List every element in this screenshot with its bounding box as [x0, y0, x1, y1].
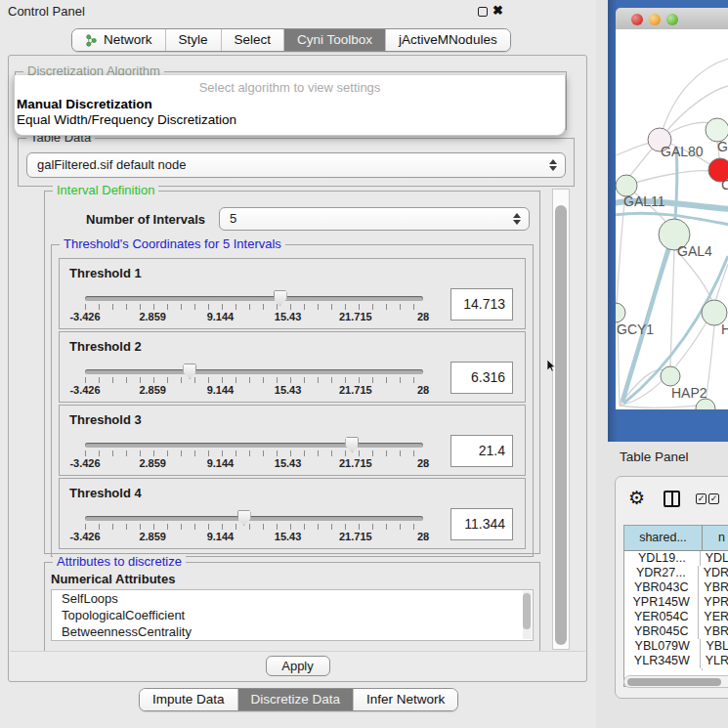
tab-style[interactable]: Style	[166, 29, 222, 51]
tick-label: -3.426	[69, 384, 100, 396]
tab-select[interactable]: Select	[222, 29, 285, 51]
threshold-4-panel: Threshold 4 -3.426 2.859 9.144 15.43 21.…	[59, 478, 526, 549]
threshold-4-slider[interactable]	[85, 516, 423, 521]
tab-discretize-data[interactable]: Discretize Data	[238, 689, 355, 710]
tab-network[interactable]: Network	[72, 29, 166, 51]
cell[interactable]: YIL0	[703, 668, 728, 670]
tick-label: 21.715	[339, 457, 372, 469]
list-item[interactable]: TopologicalCoefficient	[52, 607, 533, 623]
algorithm-option-equal-width[interactable]: Equal Width/Frequency Discretization	[15, 112, 565, 128]
table-row[interactable]: YDL19...YDL1	[624, 551, 728, 566]
list-item[interactable]: BetweennessCentrality	[52, 623, 533, 640]
checkbox-icon[interactable]: ✓	[696, 493, 707, 504]
number-of-intervals-label: Number of Intervals	[86, 212, 205, 227]
columns-icon[interactable]	[664, 491, 680, 507]
zoom-window-icon[interactable]	[666, 14, 678, 25]
cell[interactable]: YDL19...	[624, 551, 701, 566]
gear-icon[interactable]: ⚙	[628, 487, 645, 509]
node-label: C	[721, 177, 728, 193]
cell[interactable]: YLR345W	[624, 654, 701, 668]
threshold-4-value-field[interactable]: 11.344	[450, 508, 513, 540]
cell[interactable]: YDR2	[699, 566, 728, 580]
tick-label: 2.859	[139, 531, 166, 542]
cell[interactable]: YBR043C	[624, 580, 699, 595]
slider-ticks	[85, 304, 423, 310]
panel-scrollbar[interactable]	[552, 189, 570, 650]
minimize-window-icon[interactable]	[649, 14, 661, 25]
list-item[interactable]: SelfLoops	[52, 590, 533, 607]
cell[interactable]: YLR3	[701, 654, 728, 668]
cell[interactable]: YDL1	[701, 551, 728, 566]
attributes-group-title: Attributes to discretize	[53, 554, 186, 569]
threshold-3-slider[interactable]	[85, 443, 423, 448]
column-header-name[interactable]: n	[703, 526, 728, 550]
checkbox-icon[interactable]: ✓	[708, 493, 719, 504]
control-panel: Control Panel ✖ Network Style Select Cyn…	[0, 0, 596, 728]
number-of-intervals-combo[interactable]: 5	[219, 207, 530, 231]
tab-jactivemnodules[interactable]: jActiveMNodules	[386, 29, 510, 51]
apply-strip: Apply	[10, 651, 585, 680]
table-data-combo-value: galFiltered.sif default node	[27, 157, 186, 172]
apply-button[interactable]: Apply	[266, 656, 330, 676]
thresholds-group-title: Threshold's Coordinates for 5 Intervals	[60, 236, 285, 251]
table-data-combo[interactable]: galFiltered.sif default node	[26, 152, 566, 178]
table-row[interactable]: YPR145WYPR1	[624, 595, 728, 610]
table-row[interactable]: YBL079WYBL0	[624, 639, 728, 654]
cell[interactable]: YBL0	[701, 639, 728, 654]
panel-scrollbar-thumb[interactable]	[555, 205, 567, 645]
tab-impute-data[interactable]: Impute Data	[140, 689, 238, 710]
table-row[interactable]: YBR043CYBR0	[624, 580, 728, 595]
tick-label: 15.43	[275, 384, 302, 396]
tick-label: 9.144	[207, 311, 235, 322]
algorithm-option-manual[interactable]: Manual Discretization	[15, 97, 565, 112]
threshold-2-value-field[interactable]: 6.316	[450, 362, 513, 394]
close-panel-icon[interactable]: ✖	[492, 3, 503, 18]
cell[interactable]: YBR0	[699, 580, 728, 595]
threshold-3-label: Threshold 3	[69, 412, 142, 427]
tab-select-label: Select	[235, 29, 272, 51]
numerical-attributes-label: Numerical Attributes	[51, 572, 539, 586]
table-row[interactable]: YBR045CYBR0	[624, 624, 728, 639]
tab-cyni-toolbox[interactable]: Cyni Toolbox	[284, 29, 386, 51]
threshold-1-value-field[interactable]: 14.713	[450, 288, 513, 321]
network-canvas[interactable]: GAL80 GA C GAL11 GAL4 GCY1 H HAP2	[616, 29, 728, 409]
cell[interactable]: YPR1	[699, 595, 728, 610]
tick-label: 2.859	[139, 457, 166, 469]
cell[interactable]: YDR27...	[624, 566, 699, 580]
list-scrollbar-thumb[interactable]	[523, 593, 531, 629]
interval-definition-title: Interval Definition	[53, 183, 158, 197]
cell[interactable]: YIL052C	[624, 668, 703, 670]
threshold-1-slider[interactable]	[85, 296, 423, 301]
table-row[interactable]: YDR27...YDR2	[624, 566, 728, 580]
numerical-attributes-list[interactable]: SelfLoops TopologicalCoefficient Between…	[51, 589, 534, 641]
column-header-shared-name[interactable]: shared...	[624, 526, 703, 550]
close-window-icon[interactable]	[631, 14, 643, 25]
node-gcy1	[616, 303, 625, 322]
slider-ticks	[85, 524, 423, 530]
table-horizontal-scrollbar-thumb[interactable]	[627, 678, 721, 686]
tick-label: 9.144	[207, 384, 235, 396]
control-panel-title: Control Panel	[8, 4, 85, 19]
cell[interactable]: YER0	[699, 610, 728, 624]
cell[interactable]: YBR0	[699, 624, 728, 639]
table-row[interactable]: YER054CYER0	[624, 610, 728, 624]
table-horizontal-scrollbar[interactable]	[623, 675, 728, 688]
network-window-titlebar	[616, 8, 728, 29]
threshold-2-slider[interactable]	[85, 369, 423, 374]
tick-label: 21.715	[339, 531, 372, 542]
table-row[interactable]: YLR345WYLR3	[624, 654, 728, 668]
cell[interactable]: YBR045C	[624, 624, 699, 639]
interval-definition-group: Interval Definition Number of Intervals …	[44, 191, 540, 554]
float-panel-icon[interactable]	[478, 7, 488, 17]
table-header-row: shared... n	[624, 526, 728, 551]
cell[interactable]: YBL079W	[624, 639, 701, 654]
threshold-2-label: Threshold 2	[69, 339, 142, 354]
cell[interactable]: YPR145W	[624, 595, 699, 610]
threshold-3-value-field[interactable]: 21.4	[450, 435, 513, 467]
cell[interactable]: YER054C	[624, 610, 699, 624]
node-label: GAL11	[623, 193, 665, 209]
table-panel-titlebar: Table Panel	[608, 442, 728, 473]
table-row[interactable]: YIL052CYIL0	[624, 668, 728, 670]
list-scrollbar[interactable]	[523, 591, 532, 639]
tab-infer-network[interactable]: Infer Network	[354, 689, 457, 710]
